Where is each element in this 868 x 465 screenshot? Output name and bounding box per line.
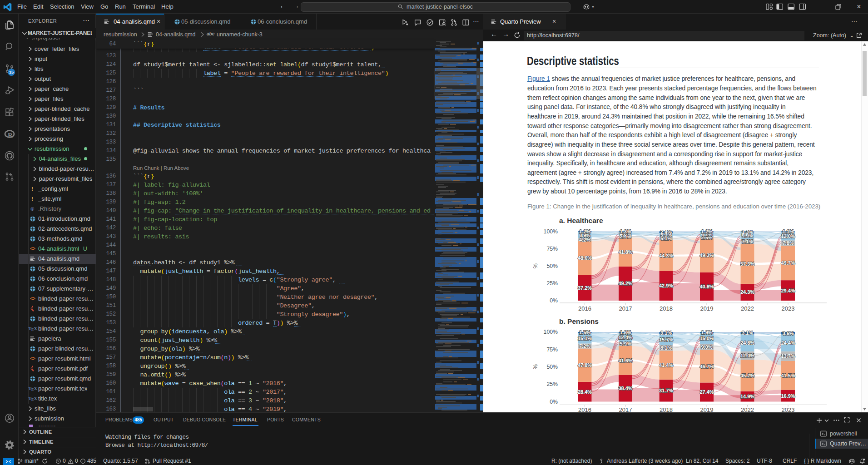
- svg-text:3.6%: 3.6%: [782, 331, 794, 336]
- svg-text:2023: 2023: [782, 406, 795, 413]
- svg-text:1.3%: 1.3%: [742, 229, 753, 235]
- svg-text:24.4%: 24.4%: [781, 340, 795, 346]
- svg-text:2018: 2018: [660, 305, 673, 312]
- svg-text:2.4%: 2.4%: [660, 229, 672, 235]
- svg-text:41.6%: 41.6%: [618, 358, 632, 363]
- svg-text:15.0%: 15.0%: [699, 336, 714, 341]
- svg-text:49.7%: 49.7%: [781, 260, 795, 266]
- svg-text:3.1%: 3.1%: [660, 330, 672, 336]
- svg-text:2022: 2022: [741, 406, 754, 413]
- svg-text:9.0%: 9.0%: [701, 344, 712, 350]
- svg-text:48.6%: 48.6%: [578, 255, 592, 261]
- svg-text:100%: 100%: [544, 228, 558, 235]
- svg-text:49.2%: 49.2%: [618, 281, 632, 286]
- svg-text:100%: 100%: [544, 329, 558, 335]
- svg-text:15.7%: 15.7%: [659, 337, 673, 342]
- svg-text:b. Pensions: b. Pensions: [559, 317, 599, 325]
- svg-text:24.8%: 24.8%: [740, 340, 754, 346]
- svg-text:41.5%: 41.5%: [781, 373, 795, 378]
- svg-text:42.9%: 42.9%: [659, 283, 673, 288]
- svg-text:12.0%: 12.0%: [740, 353, 754, 358]
- svg-text:29.4%: 29.4%: [781, 288, 795, 293]
- svg-text:7.2%: 7.2%: [579, 343, 590, 349]
- svg-text:2023: 2023: [782, 305, 795, 312]
- svg-text:0%: 0%: [550, 297, 558, 304]
- svg-text:1.9%: 1.9%: [701, 330, 712, 335]
- svg-text:5.9%: 5.9%: [620, 341, 631, 346]
- svg-text:50%: 50%: [546, 263, 558, 269]
- svg-text:25%: 25%: [546, 280, 558, 287]
- svg-text:0%: 0%: [550, 399, 558, 405]
- svg-text:2019: 2019: [700, 305, 714, 312]
- svg-text:45.2%: 45.2%: [740, 373, 754, 378]
- svg-text:27.4%: 27.4%: [699, 389, 714, 395]
- svg-text:%: %: [532, 364, 539, 369]
- svg-text:2017: 2017: [619, 406, 632, 413]
- svg-text:37.2%: 37.2%: [578, 285, 592, 291]
- svg-text:16.9%: 16.9%: [781, 393, 795, 399]
- svg-text:1.3%: 1.3%: [620, 229, 631, 234]
- svg-text:75%: 75%: [546, 246, 558, 252]
- svg-text:7.1%: 7.1%: [742, 239, 753, 244]
- svg-text:13.7%: 13.7%: [781, 353, 795, 359]
- svg-text:49.3%: 49.3%: [699, 252, 714, 258]
- svg-text:15.1%: 15.1%: [578, 336, 592, 341]
- svg-text:40.8%: 40.8%: [699, 284, 714, 289]
- svg-text:75%: 75%: [546, 346, 558, 353]
- svg-text:2016: 2016: [578, 406, 591, 413]
- svg-text:2018: 2018: [660, 406, 673, 413]
- svg-text:31.7%: 31.7%: [659, 388, 673, 393]
- svg-text:R: R: [8, 132, 13, 139]
- svg-text:3.1%: 3.1%: [742, 330, 753, 336]
- svg-text:14.9%: 14.9%: [740, 394, 754, 399]
- svg-text:25%: 25%: [546, 381, 558, 387]
- svg-text:50%: 50%: [546, 364, 558, 370]
- svg-text:a. Healthcare: a. Healthcare: [559, 217, 603, 224]
- svg-text:38.4%: 38.4%: [618, 386, 632, 391]
- svg-text:1.8%: 1.8%: [620, 330, 631, 335]
- svg-text:46.7%: 46.7%: [699, 364, 714, 369]
- svg-text:41.4%: 41.4%: [659, 362, 673, 368]
- svg-text:1.2%: 1.2%: [701, 229, 712, 234]
- svg-text:1.1%: 1.1%: [782, 229, 794, 234]
- svg-text:2016: 2016: [578, 305, 591, 312]
- svg-text:57.3%: 57.3%: [740, 261, 754, 267]
- svg-text:2022: 2022: [741, 305, 754, 312]
- svg-text:2017: 2017: [619, 305, 632, 312]
- svg-text:1.2%: 1.2%: [579, 229, 590, 234]
- svg-text:41.8%: 41.8%: [618, 249, 632, 255]
- svg-text:24.3%: 24.3%: [740, 289, 754, 295]
- svg-text:12.4%: 12.4%: [618, 335, 632, 340]
- svg-text:%: %: [532, 263, 539, 268]
- svg-text:28.4%: 28.4%: [578, 389, 592, 395]
- svg-text:7.8%: 7.8%: [782, 240, 794, 246]
- svg-text:47.8%: 47.8%: [578, 362, 592, 368]
- svg-text:2019: 2019: [700, 406, 714, 413]
- svg-text:1.5%: 1.5%: [579, 330, 590, 335]
- svg-text:8.1%: 8.1%: [660, 345, 672, 351]
- svg-text:44.3%: 44.3%: [659, 253, 673, 258]
